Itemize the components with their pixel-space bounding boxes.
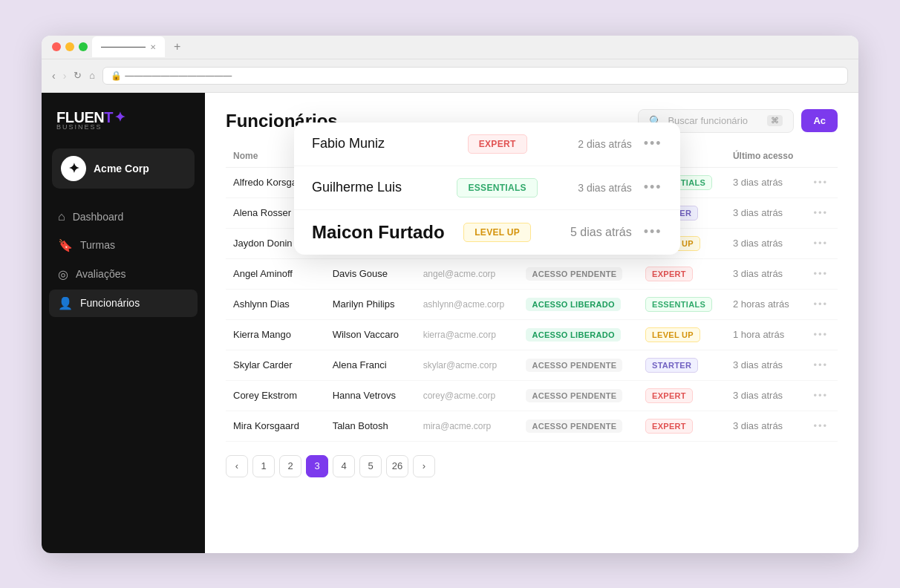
logo: FLUENT ✦ BUSINESS: [42, 93, 205, 143]
sidebar-item-avaliacoes[interactable]: ◎ Avaliações: [49, 261, 198, 288]
cell-name: Angel Aminoff: [226, 258, 325, 289]
sidebar-label-avaliacoes: Avaliações: [76, 268, 125, 280]
cell-last-access: 3 dias atrás: [725, 380, 806, 411]
cell-row-actions[interactable]: •••: [806, 319, 838, 350]
cell-plan: STARTER: [638, 350, 725, 380]
add-employee-button[interactable]: Ac: [801, 109, 838, 132]
home-button[interactable]: ⌂: [89, 70, 95, 81]
cell-row-actions[interactable]: •••: [806, 228, 838, 258]
cell-manager: Alena Franci: [325, 350, 416, 380]
pagination-next[interactable]: ›: [413, 455, 435, 477]
tab-close-icon[interactable]: ✕: [150, 43, 156, 51]
cell-row-actions[interactable]: •••: [806, 167, 838, 197]
pagination-page-4[interactable]: 4: [333, 455, 355, 477]
cell-row-actions[interactable]: •••: [806, 380, 838, 411]
forward-button[interactable]: ›: [63, 70, 67, 82]
tab-bar: ————— ✕ +: [42, 36, 858, 59]
table-row[interactable]: Mira Korsgaard Talan Botosh mira@acme.co…: [226, 411, 838, 441]
table-row[interactable]: Kierra Mango Wilson Vaccaro kierra@acme.…: [226, 319, 838, 350]
dropdown-overlay: Fabio Muniz EXPERT 2 dias atrás ••• Guil…: [294, 122, 680, 255]
more-options-fabio[interactable]: •••: [644, 136, 662, 151]
reload-button[interactable]: ↻: [74, 70, 82, 81]
dropdown-time-guilherme: 3 dias atrás: [550, 182, 632, 194]
dropdown-name-maicon: Maicon Furtado: [312, 222, 445, 243]
dropdown-badge-maicon: LEVEL UP: [457, 223, 538, 242]
sidebar-item-turmas[interactable]: 🔖 Turmas: [49, 232, 198, 259]
cell-row-actions[interactable]: •••: [806, 197, 838, 228]
pagination-page-26[interactable]: 26: [386, 455, 408, 477]
table-row[interactable]: Skylar Carder Alena Franci skylar@acme.c…: [226, 350, 838, 380]
cell-row-actions[interactable]: •••: [806, 289, 838, 319]
dropdown-row-fabio[interactable]: Fabio Muniz EXPERT 2 dias atrás •••: [294, 122, 680, 166]
company-selector[interactable]: ✦ Acme Corp: [52, 148, 195, 189]
url-text: ————————————: [125, 71, 232, 81]
pagination-page-5[interactable]: 5: [359, 455, 382, 477]
dropdown-card: Fabio Muniz EXPERT 2 dias atrás ••• Guil…: [294, 122, 680, 255]
dropdown-row-maicon[interactable]: Maicon Furtado LEVEL UP 5 dias atrás •••: [294, 210, 680, 255]
cell-manager: Wilson Vaccaro: [325, 319, 416, 350]
cell-plan: EXPERT: [638, 258, 725, 289]
sidebar-item-dashboard[interactable]: ⌂ Dashboard: [49, 203, 198, 230]
cell-row-actions[interactable]: •••: [806, 258, 838, 289]
pagination-page-1[interactable]: 1: [252, 455, 275, 477]
dropdown-name-fabio: Fabio Muniz: [312, 136, 445, 151]
pagination-page-3[interactable]: 3: [306, 455, 328, 477]
cell-access: ACESSO PENDENTE: [518, 380, 638, 411]
cell-email: ashlynn@acme.corp: [416, 289, 519, 319]
back-button[interactable]: ‹: [52, 70, 56, 82]
company-name: Acme Corp: [94, 163, 149, 174]
dropdown-row-guilherme[interactable]: Guilherme Luis ESSENTIALS 3 dias atrás •…: [294, 166, 680, 210]
table-row[interactable]: Corey Ekstrom Hanna Vetrovs corey@acme.c…: [226, 380, 838, 411]
traffic-lights: [52, 42, 88, 51]
essentials-badge: ESSENTIALS: [457, 178, 537, 197]
cell-plan: ESSENTIALS: [638, 289, 725, 319]
logo-sub: BUSINESS: [56, 123, 125, 131]
browser-tab[interactable]: ————— ✕: [92, 36, 165, 57]
cell-email: mira@acme.corp: [416, 411, 519, 441]
table-row[interactable]: Ashlynn Dias Marilyn Philips ashlynn@acm…: [226, 289, 838, 319]
bookmark-icon: 🔖: [58, 238, 73, 252]
dropdown-name-guilherme: Guilherme Luis: [312, 180, 445, 195]
cell-access: ACESSO PENDENTE: [518, 258, 638, 289]
cell-manager: Marilyn Philips: [325, 289, 416, 319]
levelup-badge: LEVEL UP: [463, 223, 531, 242]
new-tab-button[interactable]: +: [169, 40, 185, 53]
sidebar-label-turmas: Turmas: [80, 239, 115, 251]
url-input[interactable]: 🔒 ————————————: [102, 67, 848, 85]
sidebar-label-dashboard: Dashboard: [73, 211, 124, 223]
cell-name: Corey Ekstrom: [226, 380, 325, 411]
cell-email: skylar@acme.corp: [416, 350, 519, 380]
cell-last-access: 3 dias atrás: [725, 350, 806, 380]
cell-email: kierra@acme.corp: [416, 319, 519, 350]
cell-row-actions[interactable]: •••: [806, 350, 838, 380]
cell-access: ACESSO PENDENTE: [518, 411, 638, 441]
more-options-maicon[interactable]: •••: [644, 224, 662, 240]
pagination-page-2[interactable]: 2: [279, 455, 301, 477]
cell-access: ACESSO LIBERADO: [518, 319, 638, 350]
cell-row-actions[interactable]: •••: [806, 411, 838, 441]
close-button[interactable]: [52, 42, 61, 51]
check-circle-icon: ◎: [58, 267, 68, 281]
cell-name: Skylar Carder: [226, 350, 325, 380]
more-options-guilherme[interactable]: •••: [644, 180, 662, 195]
sidebar-nav: ⌂ Dashboard 🔖 Turmas ◎ Avaliações 👤 Func…: [42, 203, 205, 317]
cell-email: angel@acme.corp: [416, 258, 519, 289]
minimize-button[interactable]: [65, 42, 74, 51]
cell-plan: EXPERT: [638, 411, 725, 441]
cell-access: ACESSO PENDENTE: [518, 350, 638, 380]
cell-plan: EXPERT: [638, 380, 725, 411]
browser-window: ————— ✕ + ‹ › ↻ ⌂ 🔒 ———————————— FLUENT …: [42, 36, 858, 553]
app-layout: FLUENT ✦ BUSINESS ✦ Acme Corp ⌂ Dashboar…: [42, 93, 858, 553]
cell-name: Kierra Mango: [226, 319, 325, 350]
cell-manager: Hanna Vetrovs: [325, 380, 416, 411]
tab-title: —————: [101, 42, 146, 52]
cell-last-access: 2 horas atrás: [725, 289, 806, 319]
maximize-button[interactable]: [79, 42, 88, 51]
sidebar-item-funcionarios[interactable]: 👤 Funcionários: [49, 290, 198, 317]
cell-manager: Talan Botosh: [325, 411, 416, 441]
col-last-access: Último acesso: [725, 145, 806, 168]
cell-email: corey@acme.corp: [416, 380, 519, 411]
pagination-prev[interactable]: ‹: [226, 455, 248, 477]
table-row[interactable]: Angel Aminoff Davis Gouse angel@acme.cor…: [226, 258, 838, 289]
users-icon: 👤: [58, 296, 73, 310]
